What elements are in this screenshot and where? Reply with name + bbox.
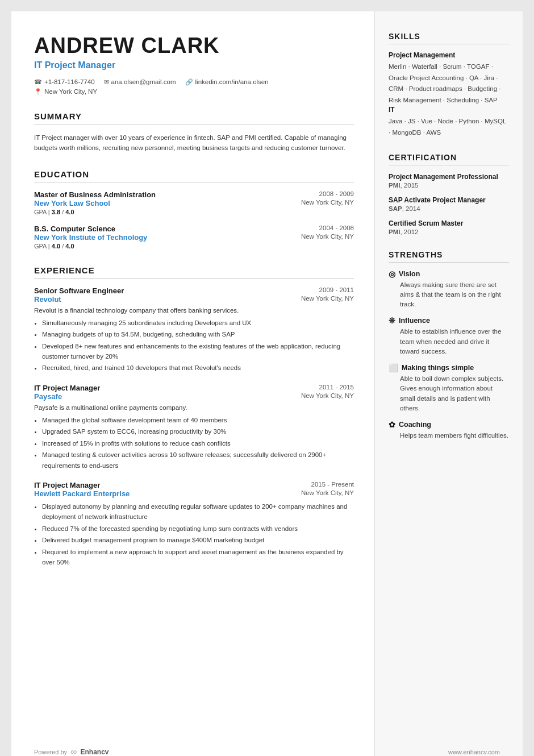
edu-gpa-1: GPA | 3.8 / 4.0: [34, 209, 354, 215]
phone-item: ☎ +1-817-116-7740: [34, 78, 95, 86]
exp-company-1: Revolut: [34, 295, 61, 304]
exp-sub-1: Revolut New York City, NY: [34, 295, 354, 304]
experience-section: EXPERIENCE Senior Software Engineer 2009…: [34, 265, 354, 568]
header: ANDREW CLARK IT Project Manager ☎ +1-817…: [34, 34, 354, 95]
cert-entry-3: Certified Scrum Master PMI, 2012: [389, 219, 509, 235]
summary-title: SUMMARY: [34, 111, 354, 124]
exp-bullets-1: Simultaneously managing 25 subordinates …: [34, 318, 354, 373]
exp-header-3: IT Project Manager 2015 - Present: [34, 481, 354, 489]
strength-entry-1: ◎ Vision Always making sure there are se…: [389, 269, 509, 310]
email-text: ana.olsen@gmail.com: [111, 78, 176, 85]
education-section: EDUCATION Master of Business Administrat…: [34, 169, 354, 250]
cert-year-1: 2015: [404, 182, 419, 189]
exp-desc-2: Paysafe is a multinational online paymen…: [34, 403, 354, 413]
exp-bullets-2: Managed the global software development …: [34, 415, 354, 471]
footer: Powered by ∞ Enhancv www.enhancv.com: [11, 747, 523, 756]
location-text: New York City, NY: [44, 88, 97, 95]
exp-desc-1: Revolut is a financial technology compan…: [34, 306, 354, 315]
certification-section: CERTIFICATION Project Management Profess…: [389, 153, 509, 235]
skills-section: SKILLS Project Management Merlin · Water…: [389, 32, 509, 138]
strength-icon-2: ❊: [389, 316, 395, 325]
strength-entry-2: ❊ Influence Able to establish influence …: [389, 316, 509, 356]
cert-title: CERTIFICATION: [389, 153, 509, 165]
exp-bullet-1-3: Developed 8+ new features and enhancemen…: [42, 341, 354, 362]
exp-bullet-2-2: Upgraded SAP system to ECC6, increasing …: [42, 426, 354, 437]
strengths-title: STRENGTHS: [389, 250, 509, 263]
exp-loc-1: New York City, NY: [301, 295, 354, 304]
cert-entry-1: Project Management Professional PMI, 201…: [389, 172, 509, 189]
strength-icon-1: ◎: [389, 269, 395, 279]
exp-header-2: IT Project Manager 2011 - 2015: [34, 384, 354, 392]
candidate-title: IT Project Manager: [34, 60, 354, 70]
strength-name-4: Coaching: [399, 421, 431, 429]
strength-desc-2: Able to establish influence over the tea…: [389, 327, 509, 356]
summary-section: SUMMARY IT Project manager with over 10 …: [34, 111, 354, 153]
edu-location-1: New York City, NY: [301, 199, 354, 207]
cert-year-2: 2014: [406, 205, 420, 212]
experience-title: EXPERIENCE: [34, 265, 354, 279]
exp-date-1: 2009 - 2011: [319, 286, 354, 293]
exp-bullet-2-4: Managed testing & cutover activities acr…: [42, 450, 354, 471]
exp-role-2: IT Project Manager: [34, 384, 100, 392]
cert-year-3: 2012: [404, 229, 419, 235]
edu-school-2: New York Instiute of Technology: [34, 233, 147, 242]
cert-issuer-bold-3: PMI: [389, 229, 400, 235]
skills-title: SKILLS: [389, 32, 509, 44]
exp-entry-2: IT Project Manager 2011 - 2015 Paysafe N…: [34, 384, 354, 471]
exp-date-2: 2011 - 2015: [319, 384, 354, 391]
strength-name-3: Making things simple: [402, 364, 474, 372]
education-title: EDUCATION: [34, 169, 354, 182]
edu-sub-2: New York Instiute of Technology New York…: [34, 233, 354, 242]
edu-header-1: Master of Business Administration 2008 -…: [34, 190, 354, 199]
exp-sub-2: Paysafe New York City, NY: [34, 392, 354, 401]
exp-header-1: Senior Software Engineer 2009 - 2011: [34, 286, 354, 295]
location-icon: 📍: [34, 88, 42, 95]
exp-bullet-3-4: Required to implement a new approach to …: [42, 547, 354, 568]
email-icon: ✉: [104, 78, 109, 86]
exp-bullet-1-2: Managing budgets of up to $4.5M, budgeti…: [42, 329, 354, 339]
linkedin-item: 🔗 linkedin.com/in/ana.olsen: [185, 78, 269, 86]
strength-header-4: ✿ Coaching: [389, 420, 509, 429]
exp-bullet-2-3: Increased of 15% in profits with solutio…: [42, 438, 354, 448]
edu-gpa-val-1: 3.8: [52, 209, 60, 215]
edu-location-2: New York City, NY: [301, 233, 354, 242]
exp-loc-3: New York City, NY: [301, 489, 354, 498]
strength-header-1: ◎ Vision: [389, 269, 509, 279]
strength-name-2: Influence: [399, 317, 430, 325]
exp-bullet-2-1: Managed the global software development …: [42, 415, 354, 425]
edu-degree-2: B.S. Computer Science: [34, 225, 115, 233]
exp-bullet-1-1: Simultaneously managing 25 subordinates …: [42, 318, 354, 328]
exp-company-2: Paysafe: [34, 392, 62, 401]
edu-entry-1: Master of Business Administration 2008 -…: [34, 190, 354, 215]
email-item: ✉ ana.olsen@gmail.com: [104, 78, 176, 86]
edu-gpa-val-2: 4.0: [52, 243, 60, 250]
exp-loc-2: New York City, NY: [301, 392, 354, 401]
skill-cat-2: IT Java · JS · Vue · Node · Python · MyS…: [389, 106, 509, 138]
exp-sub-3: Hewlett Packard Enterprise New York City…: [34, 489, 354, 498]
exp-entry-3: IT Project Manager 2015 - Present Hewlet…: [34, 481, 354, 567]
linkedin-text: linkedin.com/in/ana.olsen: [195, 78, 269, 85]
edu-degree-1: Master of Business Administration: [34, 190, 156, 199]
strength-entry-4: ✿ Coaching Helps team members fight diff…: [389, 420, 509, 441]
brand-name: Enhancv: [81, 748, 109, 756]
right-column: SKILLS Project Management Merlin · Water…: [375, 11, 523, 756]
edu-header-2: B.S. Computer Science 2004 - 2008: [34, 225, 354, 233]
cert-name-3: Certified Scrum Master: [389, 219, 509, 229]
exp-bullet-3-3: Delivered budget management program to m…: [42, 535, 354, 545]
edu-school-1: New York Law School: [34, 199, 110, 207]
location-item: 📍 New York City, NY: [34, 88, 97, 95]
edu-gpa-2: GPA | 4.0 / 4.0: [34, 243, 354, 250]
exp-bullet-3-2: Reduced 7% of the forecasted spending by…: [42, 524, 354, 534]
strength-icon-3: ⬜: [389, 363, 398, 372]
exp-company-3: Hewlett Packard Enterprise: [34, 489, 130, 498]
exp-bullet-1-4: Recruited, hired, and trained 10 develop…: [42, 363, 354, 373]
edu-date-2: 2004 - 2008: [319, 225, 354, 231]
strength-icon-4: ✿: [389, 420, 395, 429]
cert-name-1: Project Management Professional: [389, 172, 509, 182]
skill-cat-1: Project Management Merlin · Waterfall · …: [389, 51, 509, 106]
phone-icon: ☎: [34, 78, 42, 86]
strength-header-2: ❊ Influence: [389, 316, 509, 325]
footer-brand: Powered by ∞ Enhancv: [34, 747, 109, 756]
edu-gpa-max-2: 4.0: [65, 243, 74, 250]
linkedin-icon: 🔗: [185, 78, 193, 86]
